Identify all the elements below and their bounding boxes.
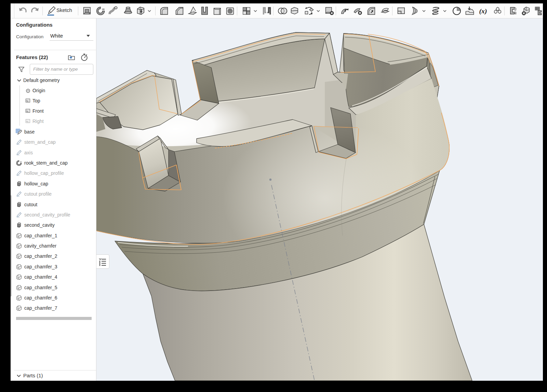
svg-text:(x): (x) xyxy=(479,8,487,15)
